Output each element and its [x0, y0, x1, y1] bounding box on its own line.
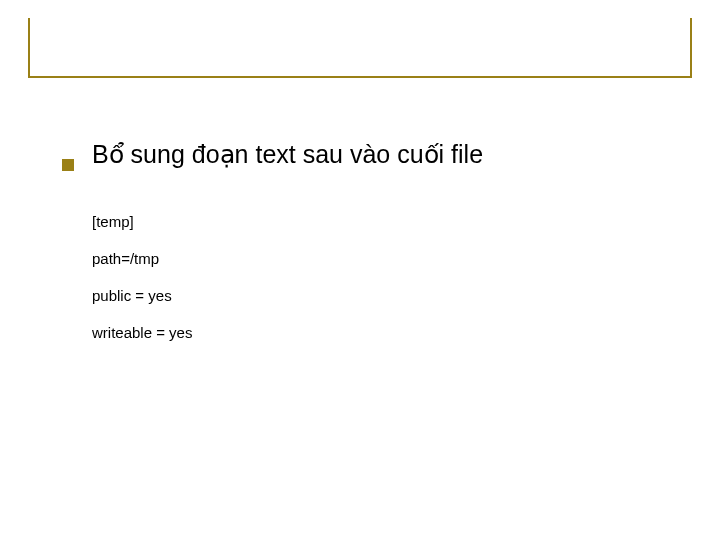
code-line: [temp]: [92, 213, 662, 230]
code-block: [temp] path=/tmp public = yes writeable …: [92, 213, 662, 341]
code-line: public = yes: [92, 287, 662, 304]
bullet-text: Bổ sung đoạn text sau vào cuối file: [92, 140, 483, 169]
square-bullet-icon: [62, 159, 74, 171]
code-line: path=/tmp: [92, 250, 662, 267]
title-frame: [28, 18, 692, 78]
code-line: writeable = yes: [92, 324, 662, 341]
content-area: Bổ sung đoạn text sau vào cuối file [tem…: [62, 140, 662, 361]
bullet-item: Bổ sung đoạn text sau vào cuối file: [62, 140, 662, 169]
